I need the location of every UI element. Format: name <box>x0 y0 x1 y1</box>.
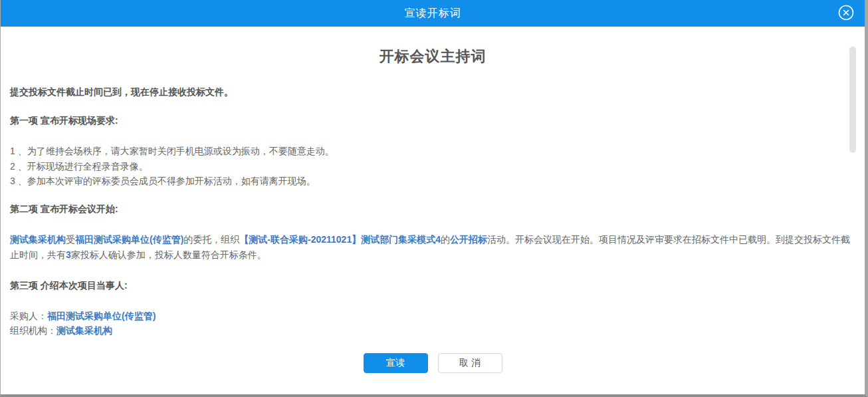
rule-item: 3 、参加本次评审的评标委员会成员不得参加开标活动，如有请离开现场。 <box>10 174 855 189</box>
cancel-button[interactable]: 取 消 <box>438 353 502 373</box>
announcement-segment: 3 <box>66 249 71 260</box>
announcement-segment: 家投标人确认参加，投标人数量符合开标条件。 <box>71 249 267 260</box>
scrollbar-thumb[interactable] <box>849 47 856 153</box>
page-heading: 开标会议主持词 <box>10 47 855 66</box>
parties-list: 采购人：福田测试采购单位(传监管) 组织机构：测试集采机构 <box>10 309 855 338</box>
dialog-footer: 宣读 取 消 <box>1 353 865 373</box>
rules-list: 1 、为了维持会场秩序，请大家暂时关闭手机电源或设为振动，不要随意走动。 2 、… <box>10 144 855 189</box>
announcement-segment: 福田测试采购单位(传监管) <box>75 234 183 245</box>
dialog-body: 开标会议主持词 提交投标文件截止时间已到，现在停止接收投标文件。 第一项 宣布开… <box>1 27 865 338</box>
rule-item: 1 、为了维持会场秩序，请大家暂时关闭手机电源或设为振动，不要随意走动。 <box>10 144 855 159</box>
announcement-segment: 的 <box>441 234 450 245</box>
close-circle-x-icon <box>837 4 855 23</box>
close-button[interactable] <box>837 5 855 22</box>
announcement-segment: 【测试-联合采购-20211021】测试部门集采模式4 <box>239 234 441 245</box>
announcement-paragraph: 测试集采机构受福田测试采购单位(传监管)的委托，组织【测试-联合采购-20211… <box>10 232 855 263</box>
announcement-segment: 的委托，组织 <box>183 234 239 245</box>
organizer-value: 测试集采机构 <box>56 325 112 336</box>
section1-title: 第一项 宣布开标现场要求: <box>10 115 855 127</box>
organizer-row: 组织机构：测试集采机构 <box>10 323 855 338</box>
organizer-label: 组织机构： <box>10 325 56 336</box>
section3-title: 第三项 介绍本次项目当事人: <box>10 280 855 292</box>
announcement-segment: 公开招标 <box>450 234 487 245</box>
read-aloud-button[interactable]: 宣读 <box>364 353 428 373</box>
purchaser-row: 采购人：福田测试采购单位(传监管) <box>10 309 855 323</box>
announcement-segment: 受 <box>66 234 75 245</box>
read-bid-opening-dialog: 宣读开标词 开标会议主持词 提交投标文件截止时间已到，现在停止接收投标文件。 第… <box>0 0 868 397</box>
section2-title: 第二项 宣布开标会议开始: <box>10 203 855 215</box>
dialog-header: 宣读开标词 <box>1 0 865 27</box>
deadline-notice: 提交投标文件截止时间已到，现在停止接收投标文件。 <box>10 86 855 98</box>
rule-item: 2 、开标现场进行全程录音录像。 <box>10 159 855 174</box>
purchaser-value: 福田测试采购单位(传监管) <box>47 311 156 321</box>
purchaser-label: 采购人： <box>10 311 47 321</box>
announcement-segment: 测试集采机构 <box>10 234 66 245</box>
dialog-title: 宣读开标词 <box>405 7 461 21</box>
